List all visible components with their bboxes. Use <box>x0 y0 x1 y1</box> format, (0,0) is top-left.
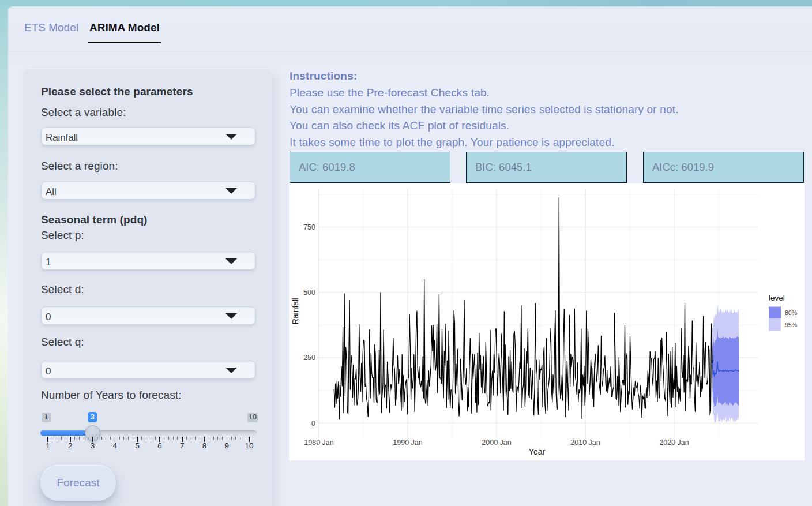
svg-text:Year: Year <box>529 447 546 456</box>
svg-text:Rainfall: Rainfall <box>291 298 300 325</box>
svg-text:level: level <box>769 294 785 302</box>
svg-text:2020 Jan: 2020 Jan <box>659 438 689 447</box>
svg-text:80%: 80% <box>785 309 797 316</box>
svg-text:95%: 95% <box>785 321 797 328</box>
svg-text:1990 Jan: 1990 Jan <box>393 438 422 447</box>
svg-text:750: 750 <box>303 223 315 231</box>
svg-text:2010 Jan: 2010 Jan <box>570 438 600 447</box>
svg-text:500: 500 <box>303 288 315 297</box>
svg-text:250: 250 <box>303 354 315 362</box>
svg-text:1980 Jan: 1980 Jan <box>304 438 333 447</box>
svg-text:2000 Jan: 2000 Jan <box>482 438 511 447</box>
svg-text:0: 0 <box>311 419 315 428</box>
